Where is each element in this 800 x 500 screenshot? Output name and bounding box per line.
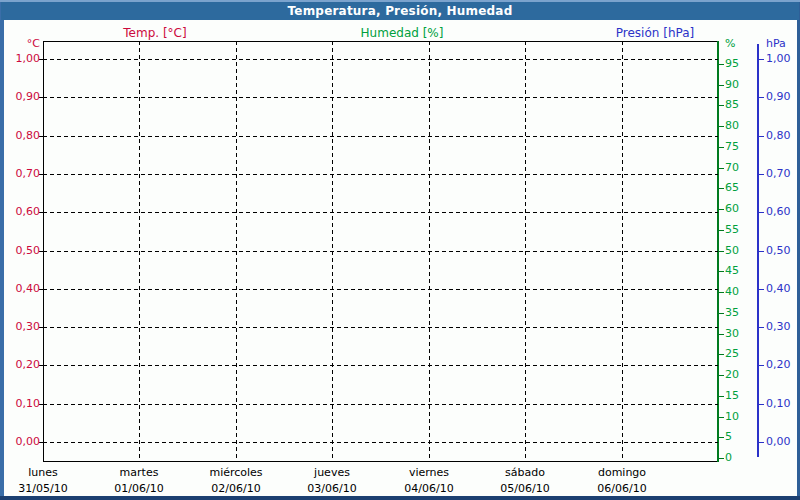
pressure-axis-label: 0,90: [766, 90, 791, 104]
pressure-axis-tick: [759, 289, 764, 290]
humidity-axis-tick: [719, 417, 724, 418]
pressure-axis-label: 0,30: [766, 320, 791, 334]
temperature-axis-label: 1,00: [0, 52, 40, 66]
humidity-axis-label: 15: [725, 389, 739, 403]
humidity-axis-tick: [719, 126, 724, 127]
humidity-axis-tick: [719, 354, 724, 355]
h-gridline: [43, 289, 718, 290]
humidity-axis-tick: [719, 458, 724, 459]
pressure-axis-label: 0,20: [766, 358, 791, 372]
humidity-axis-label: 5: [725, 430, 732, 444]
v-gridline: [332, 41, 333, 461]
humidity-axis-tick: [719, 396, 724, 397]
plot-border-bottom: [43, 461, 718, 462]
h-gridline: [43, 212, 718, 213]
legend-humidity-label: Humedad [%]: [361, 26, 444, 40]
humidity-axis-label: 50: [725, 244, 739, 258]
humidity-axis-tick: [719, 105, 724, 106]
temperature-axis-label: 0,90: [0, 90, 40, 104]
x-axis-day-label: viernes: [409, 466, 449, 479]
x-axis-date-label: 31/05/10: [18, 482, 67, 495]
humidity-axis-label: 85: [725, 98, 739, 112]
h-gridline: [43, 136, 718, 137]
humidity-axis-label: 20: [725, 368, 739, 382]
temperature-axis-label: 0,50: [0, 244, 40, 258]
humidity-axis-tick: [719, 147, 724, 148]
pressure-axis-tick: [759, 404, 764, 405]
temperature-axis-label: 0,30: [0, 320, 40, 334]
v-gridline: [622, 41, 623, 461]
humidity-axis-label: 80: [725, 119, 739, 133]
x-axis-day-label: lunes: [28, 466, 58, 479]
pressure-axis-label: 1,00: [766, 52, 791, 66]
temperature-axis-label: 0,60: [0, 205, 40, 219]
x-axis-day-label: miércoles: [209, 466, 262, 479]
humidity-axis-label: 95: [725, 57, 739, 71]
temperature-axis-label: 0,70: [0, 167, 40, 181]
pressure-axis-tick: [759, 251, 764, 252]
humidity-axis-label: 65: [725, 181, 739, 195]
humidity-axis-tick: [719, 251, 724, 252]
x-axis-date-label: 03/06/10: [307, 482, 356, 495]
pressure-axis-label: 0,00: [766, 435, 791, 449]
humidity-axis-label: 35: [725, 306, 739, 320]
pressure-axis-tick: [759, 212, 764, 213]
h-gridline: [43, 251, 718, 252]
x-axis-date-label: 06/06/10: [597, 482, 646, 495]
plot-border-top: [43, 41, 718, 42]
x-axis-date-label: 01/06/10: [114, 482, 163, 495]
humidity-axis-label: 75: [725, 140, 739, 154]
humidity-axis-label: 45: [725, 264, 739, 278]
humidity-axis-tick: [719, 375, 724, 376]
humidity-axis-tick: [719, 437, 724, 438]
h-gridline: [43, 174, 718, 175]
temperature-axis-label: 0,10: [0, 397, 40, 411]
x-axis-day-label: domingo: [598, 466, 646, 479]
humidity-axis-label: 10: [725, 410, 739, 424]
chart-window: Temperatura, Presión, Humedad Temp. [°C]…: [0, 0, 800, 500]
pressure-axis-tick: [759, 97, 764, 98]
humidity-axis-tick: [719, 64, 724, 65]
h-gridline: [43, 327, 718, 328]
pressure-axis-tick: [759, 59, 764, 60]
window-frame-bottom: [0, 496, 800, 500]
humidity-axis-tick: [719, 334, 724, 335]
temperature-axis-label: 0,00: [0, 435, 40, 449]
temperature-axis-unit: °C: [0, 37, 40, 50]
humidity-axis-label: 0: [725, 451, 732, 465]
pressure-axis-label: 0,70: [766, 167, 791, 181]
pressure-axis-tick: [759, 327, 764, 328]
humidity-axis-tick: [719, 271, 724, 272]
pressure-axis-label: 0,10: [766, 397, 791, 411]
v-gridline: [525, 41, 526, 461]
pressure-axis-label: 0,60: [766, 205, 791, 219]
x-axis-date-label: 02/06/10: [211, 482, 260, 495]
h-gridline: [43, 442, 718, 443]
humidity-axis-label: 40: [725, 285, 739, 299]
humidity-axis-label: 30: [725, 327, 739, 341]
humidity-axis-label: 90: [725, 78, 739, 92]
legend-temperature-label: Temp. [°C]: [123, 26, 186, 40]
pressure-axis-tick: [759, 136, 764, 137]
h-gridline: [43, 59, 718, 60]
pressure-axis-label: 0,80: [766, 129, 791, 143]
chart-title-bar: Temperatura, Presión, Humedad: [1, 2, 799, 20]
humidity-axis-tick: [719, 85, 724, 86]
humidity-axis-tick: [719, 313, 724, 314]
temperature-axis-label: 0,80: [0, 129, 40, 143]
pressure-axis-label: 0,40: [766, 282, 791, 296]
v-gridline: [139, 41, 140, 461]
v-gridline: [236, 41, 237, 461]
humidity-axis-tick: [719, 230, 724, 231]
h-gridline: [43, 404, 718, 405]
pressure-axis-tick: [759, 442, 764, 443]
x-axis-day-label: martes: [120, 466, 159, 479]
x-axis-day-label: jueves: [314, 466, 350, 479]
h-gridline: [43, 97, 718, 98]
humidity-axis-tick: [719, 292, 724, 293]
humidity-axis-tick: [719, 168, 724, 169]
legend-pressure-label: Presión [hPa]: [616, 26, 694, 40]
temperature-axis-label: 0,20: [0, 358, 40, 372]
x-axis-date-label: 04/06/10: [404, 482, 453, 495]
h-gridline: [43, 365, 718, 366]
